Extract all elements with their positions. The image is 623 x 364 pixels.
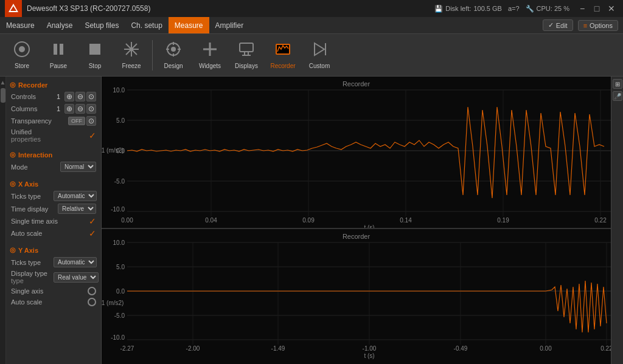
single-axis-radio[interactable] <box>88 287 96 295</box>
auto-scale-y-row: Auto scale <box>9 297 99 307</box>
design-button[interactable]: Design <box>156 37 190 74</box>
displays-button[interactable]: Displays <box>229 37 263 74</box>
close-button[interactable]: ✕ <box>605 2 618 15</box>
sidebar: ◎ Recorder Controls 1 ⊕ ⊖ ⊙ Columns 1 ⊕ … <box>6 77 102 364</box>
scroll-up-arrow[interactable]: ▲ <box>0 79 5 86</box>
svg-point-11 <box>130 47 133 51</box>
options-button[interactable]: ≡ Options <box>578 20 618 31</box>
a-value: a=? <box>508 5 520 12</box>
recorder-section-header[interactable]: ◎ Recorder <box>9 79 99 91</box>
svg-rect-28 <box>102 77 611 228</box>
controls-add-button[interactable]: ⊕ <box>64 92 74 101</box>
menu-amplifier[interactable]: Amplifier <box>209 17 250 33</box>
interaction-chevron-icon: ◎ <box>10 151 16 159</box>
auto-scale-x-check[interactable]: ✓ <box>89 228 96 238</box>
unified-row: Unified properties ✓ <box>9 127 99 144</box>
app-logo <box>5 0 22 17</box>
svg-rect-51 <box>102 229 611 364</box>
ticks-type-select[interactable]: Automatic <box>54 191 97 201</box>
recorder-section: ◎ Recorder Controls 1 ⊕ ⊖ ⊙ Columns 1 ⊕ … <box>9 79 99 144</box>
menu-analyse[interactable]: Analyse <box>41 17 79 33</box>
controls-remove-button[interactable]: ⊖ <box>75 92 85 101</box>
cpu-info: 🔧 CPU: 25 % <box>526 5 569 13</box>
custom-icon <box>311 41 328 60</box>
xaxis-section-header[interactable]: ◎ X Axis <box>9 178 99 190</box>
svg-marker-26 <box>315 43 324 55</box>
scroll-thumb[interactable] <box>1 88 5 103</box>
sidebar-scroll-bar[interactable]: ▲ <box>0 77 6 364</box>
svg-text:10.0: 10.0 <box>113 87 125 94</box>
menu-setup-files[interactable]: Setup files <box>78 17 125 33</box>
time-display-select[interactable]: Relative <box>58 204 96 214</box>
maximize-button[interactable]: □ <box>590 2 604 15</box>
svg-text:0.00: 0.00 <box>121 217 133 224</box>
y-ticks-type-select[interactable]: Automatic <box>54 257 97 267</box>
sys-info: 💾 Disk left: 100.5 GB a=? 🔧 CPU: 25 % <box>434 5 569 13</box>
minimize-button[interactable]: − <box>576 2 589 15</box>
unified-label: Unified <box>11 128 54 136</box>
svg-text:-5.0: -5.0 <box>114 312 125 319</box>
pause-button[interactable]: Pause <box>41 37 75 74</box>
menu-measure2[interactable]: Measure <box>169 17 209 33</box>
svg-text:0.22: 0.22 <box>600 345 611 352</box>
transparency-row: Transparency OFF ⊙ <box>9 115 99 127</box>
widgets-button[interactable]: Widgets <box>193 37 227 74</box>
edit-button[interactable]: ✓ Edit <box>543 19 573 31</box>
transparency-toggle[interactable]: OFF <box>68 117 85 125</box>
columns-remove-button[interactable]: ⊖ <box>75 104 85 114</box>
display-type-label2: type <box>11 277 54 284</box>
title-bar: Dewesoft X3 SP13 (RC-200727.0558) 💾 Disk… <box>0 0 623 17</box>
xaxis-chevron-icon: ◎ <box>10 180 16 188</box>
right-mic-button[interactable]: 🎤 <box>613 91 622 101</box>
freeze-icon <box>123 41 140 60</box>
right-grid-button[interactable]: ⊞ <box>613 79 622 89</box>
properties-label: properties <box>11 136 54 143</box>
columns-controls: 1 ⊕ ⊖ ⊙ <box>54 104 96 114</box>
yaxis-section-header[interactable]: ◎ Y Axis <box>9 244 99 256</box>
svg-rect-4 <box>54 44 57 55</box>
time-display-row: Time display Relative <box>9 202 99 215</box>
single-time-check[interactable]: ✓ <box>89 216 96 226</box>
interaction-section-header[interactable]: ◎ Interaction <box>9 149 99 160</box>
controls-value: 1 <box>54 93 63 100</box>
transparency-expand-button[interactable]: ⊙ <box>86 116 96 126</box>
svg-text:0.00: 0.00 <box>540 345 552 352</box>
svg-text:10.0: 10.0 <box>113 239 125 246</box>
columns-expand-button[interactable]: ⊙ <box>86 104 96 114</box>
chart1-panel: Recorder AI 1 (m/s2) 10.0 5.0 0.0 -5.0 -… <box>102 77 611 229</box>
edit-check-icon: ✓ <box>548 21 554 29</box>
charts-area: Recorder AI 1 (m/s2) 10.0 5.0 0.0 -5.0 -… <box>102 77 611 364</box>
menu-measure[interactable]: Measure <box>0 17 41 33</box>
svg-rect-6 <box>89 44 100 55</box>
mode-select[interactable]: Normal <box>60 162 96 172</box>
recorder-icon <box>274 41 291 60</box>
svg-rect-20 <box>240 43 253 52</box>
chart2-title: Recorder <box>343 233 371 240</box>
menu-ch-setup[interactable]: Ch. setup <box>125 17 168 33</box>
freeze-button[interactable]: Freeze <box>114 37 148 74</box>
recorder-button[interactable]: Recorder <box>266 37 300 74</box>
svg-text:t (s): t (s) <box>364 224 374 228</box>
store-button[interactable]: Store <box>5 37 39 74</box>
right-panel: ⊞ 🎤 <box>611 77 623 364</box>
auto-scale-y-radio[interactable] <box>88 298 96 306</box>
widgets-icon <box>201 41 218 60</box>
chart2-ylabel: AI 1 (m/s2) <box>102 300 124 306</box>
controls-expand-button[interactable]: ⊙ <box>86 92 96 101</box>
columns-add-button[interactable]: ⊕ <box>64 104 74 114</box>
menu-bar: Measure Analyse Setup files Ch. setup Me… <box>0 17 623 34</box>
main-area: ▲ ◎ Recorder Controls 1 ⊕ ⊖ ⊙ Columns <box>0 77 623 364</box>
custom-button[interactable]: Custom <box>302 37 336 74</box>
single-time-row: Single time axis ✓ <box>9 215 99 227</box>
svg-text:5.0: 5.0 <box>116 264 125 270</box>
svg-text:0.0: 0.0 <box>116 148 125 154</box>
window-controls: − □ ✕ <box>576 2 618 15</box>
store-icon <box>13 41 30 60</box>
auto-scale-x-row: Auto scale ✓ <box>9 227 99 239</box>
display-type-select[interactable]: Real value <box>54 272 99 283</box>
stop-icon <box>86 41 103 60</box>
app-title: Dewesoft X3 SP13 (RC-200727.0558) <box>27 4 434 13</box>
unified-check[interactable]: ✓ <box>89 131 96 140</box>
stop-button[interactable]: Stop <box>78 37 112 74</box>
xaxis-section: ◎ X Axis Ticks type Automatic Time displ… <box>9 178 99 239</box>
